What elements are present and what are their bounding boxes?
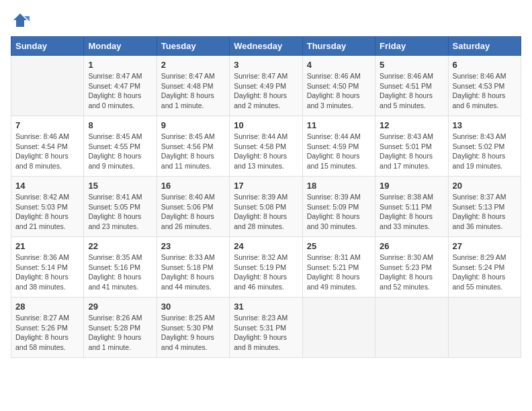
calendar-week-1: 7Sunrise: 8:46 AM Sunset: 4:54 PM Daylig…	[11, 116, 521, 177]
day-number: 20	[453, 181, 517, 191]
cell-content: Sunrise: 8:39 AM Sunset: 5:08 PM Dayligh…	[234, 192, 298, 232]
calendar-cell: 2Sunrise: 8:47 AM Sunset: 4:48 PM Daylig…	[157, 56, 229, 116]
day-number: 23	[161, 241, 225, 251]
day-number: 16	[161, 181, 225, 191]
calendar-cell	[11, 56, 84, 116]
cell-content: Sunrise: 8:25 AM Sunset: 5:30 PM Dayligh…	[161, 313, 225, 353]
day-number: 29	[88, 302, 152, 312]
cell-content: Sunrise: 8:32 AM Sunset: 5:19 PM Dayligh…	[234, 253, 298, 292]
calendar-body: 1Sunrise: 8:47 AM Sunset: 4:47 PM Daylig…	[11, 56, 521, 358]
calendar-cell: 16Sunrise: 8:40 AM Sunset: 5:06 PM Dayli…	[157, 177, 229, 237]
calendar-table: SundayMondayTuesdayWednesdayThursdayFrid…	[11, 36, 521, 358]
calendar-header: SundayMondayTuesdayWednesdayThursdayFrid…	[11, 37, 521, 56]
cell-content: Sunrise: 8:46 AM Sunset: 4:54 PM Dayligh…	[15, 132, 79, 171]
day-number: 8	[88, 120, 152, 130]
calendar-cell: 12Sunrise: 8:43 AM Sunset: 5:01 PM Dayli…	[375, 116, 448, 177]
day-number: 4	[307, 60, 371, 70]
page-header	[11, 11, 521, 30]
calendar-cell	[302, 298, 375, 358]
calendar-cell: 3Sunrise: 8:47 AM Sunset: 4:49 PM Daylig…	[230, 56, 302, 116]
day-number: 26	[380, 241, 443, 251]
header-day-thursday: Thursday	[302, 37, 375, 56]
cell-content: Sunrise: 8:45 AM Sunset: 4:56 PM Dayligh…	[161, 132, 225, 171]
day-number: 5	[380, 60, 443, 70]
header-day-tuesday: Tuesday	[157, 37, 229, 56]
calendar-week-0: 1Sunrise: 8:47 AM Sunset: 4:47 PM Daylig…	[11, 56, 521, 116]
day-number: 2	[161, 60, 225, 70]
logo-icon	[11, 11, 30, 30]
cell-content: Sunrise: 8:39 AM Sunset: 5:09 PM Dayligh…	[307, 192, 371, 232]
day-number: 22	[88, 241, 152, 251]
header-day-saturday: Saturday	[448, 37, 521, 56]
cell-content: Sunrise: 8:42 AM Sunset: 5:03 PM Dayligh…	[15, 192, 79, 232]
header-day-friday: Friday	[375, 37, 448, 56]
calendar-cell: 30Sunrise: 8:25 AM Sunset: 5:30 PM Dayli…	[157, 298, 229, 358]
cell-content: Sunrise: 8:44 AM Sunset: 4:58 PM Dayligh…	[234, 132, 298, 171]
day-number: 14	[15, 181, 79, 191]
calendar-cell: 6Sunrise: 8:46 AM Sunset: 4:53 PM Daylig…	[448, 56, 521, 116]
day-number: 13	[453, 120, 517, 130]
calendar-week-2: 14Sunrise: 8:42 AM Sunset: 5:03 PM Dayli…	[11, 177, 521, 237]
calendar-cell: 10Sunrise: 8:44 AM Sunset: 4:58 PM Dayli…	[230, 116, 302, 177]
cell-content: Sunrise: 8:38 AM Sunset: 5:11 PM Dayligh…	[380, 192, 443, 232]
cell-content: Sunrise: 8:43 AM Sunset: 5:01 PM Dayligh…	[380, 132, 443, 171]
cell-content: Sunrise: 8:40 AM Sunset: 5:06 PM Dayligh…	[161, 192, 225, 232]
calendar-cell: 4Sunrise: 8:46 AM Sunset: 4:50 PM Daylig…	[302, 56, 375, 116]
day-number: 28	[15, 302, 79, 312]
calendar-cell: 26Sunrise: 8:30 AM Sunset: 5:23 PM Dayli…	[375, 237, 448, 298]
day-number: 18	[307, 181, 371, 191]
cell-content: Sunrise: 8:30 AM Sunset: 5:23 PM Dayligh…	[380, 253, 443, 292]
day-number: 3	[234, 60, 298, 70]
header-day-sunday: Sunday	[11, 37, 84, 56]
day-number: 1	[88, 60, 152, 70]
header-day-monday: Monday	[84, 37, 157, 56]
cell-content: Sunrise: 8:23 AM Sunset: 5:31 PM Dayligh…	[234, 313, 298, 353]
day-number: 27	[453, 241, 517, 251]
cell-content: Sunrise: 8:47 AM Sunset: 4:49 PM Dayligh…	[234, 71, 298, 111]
calendar-cell: 15Sunrise: 8:41 AM Sunset: 5:05 PM Dayli…	[84, 177, 157, 237]
calendar-week-3: 21Sunrise: 8:36 AM Sunset: 5:14 PM Dayli…	[11, 237, 521, 298]
cell-content: Sunrise: 8:31 AM Sunset: 5:21 PM Dayligh…	[307, 253, 371, 292]
day-number: 17	[234, 181, 298, 191]
cell-content: Sunrise: 8:41 AM Sunset: 5:05 PM Dayligh…	[88, 192, 152, 232]
calendar-cell: 11Sunrise: 8:44 AM Sunset: 4:59 PM Dayli…	[302, 116, 375, 177]
calendar-cell: 25Sunrise: 8:31 AM Sunset: 5:21 PM Dayli…	[302, 237, 375, 298]
day-number: 24	[234, 241, 298, 251]
cell-content: Sunrise: 8:44 AM Sunset: 4:59 PM Dayligh…	[307, 132, 371, 171]
calendar-cell: 7Sunrise: 8:46 AM Sunset: 4:54 PM Daylig…	[11, 116, 84, 177]
day-number: 21	[15, 241, 79, 251]
day-number: 19	[380, 181, 443, 191]
cell-content: Sunrise: 8:46 AM Sunset: 4:53 PM Dayligh…	[453, 71, 517, 111]
calendar-cell	[448, 298, 521, 358]
cell-content: Sunrise: 8:47 AM Sunset: 4:47 PM Dayligh…	[88, 71, 152, 111]
header-day-wednesday: Wednesday	[230, 37, 302, 56]
cell-content: Sunrise: 8:47 AM Sunset: 4:48 PM Dayligh…	[161, 71, 225, 111]
cell-content: Sunrise: 8:46 AM Sunset: 4:50 PM Dayligh…	[307, 71, 371, 111]
day-number: 6	[453, 60, 517, 70]
day-number: 30	[161, 302, 225, 312]
cell-content: Sunrise: 8:27 AM Sunset: 5:26 PM Dayligh…	[15, 313, 79, 353]
day-number: 7	[15, 120, 79, 130]
calendar-cell: 22Sunrise: 8:35 AM Sunset: 5:16 PM Dayli…	[84, 237, 157, 298]
cell-content: Sunrise: 8:33 AM Sunset: 5:18 PM Dayligh…	[161, 253, 225, 292]
cell-content: Sunrise: 8:46 AM Sunset: 4:51 PM Dayligh…	[380, 71, 443, 111]
calendar-cell: 27Sunrise: 8:29 AM Sunset: 5:24 PM Dayli…	[448, 237, 521, 298]
calendar-cell: 9Sunrise: 8:45 AM Sunset: 4:56 PM Daylig…	[157, 116, 229, 177]
calendar-cell: 17Sunrise: 8:39 AM Sunset: 5:08 PM Dayli…	[230, 177, 302, 237]
calendar-cell: 24Sunrise: 8:32 AM Sunset: 5:19 PM Dayli…	[230, 237, 302, 298]
header-row: SundayMondayTuesdayWednesdayThursdayFrid…	[11, 37, 521, 56]
cell-content: Sunrise: 8:35 AM Sunset: 5:16 PM Dayligh…	[88, 253, 152, 292]
cell-content: Sunrise: 8:45 AM Sunset: 4:55 PM Dayligh…	[88, 132, 152, 171]
day-number: 25	[307, 241, 371, 251]
day-number: 31	[234, 302, 298, 312]
calendar-cell: 31Sunrise: 8:23 AM Sunset: 5:31 PM Dayli…	[230, 298, 302, 358]
cell-content: Sunrise: 8:37 AM Sunset: 5:13 PM Dayligh…	[453, 192, 517, 232]
calendar-cell: 21Sunrise: 8:36 AM Sunset: 5:14 PM Dayli…	[11, 237, 84, 298]
day-number: 10	[234, 120, 298, 130]
calendar-cell	[375, 298, 448, 358]
calendar-cell: 13Sunrise: 8:43 AM Sunset: 5:02 PM Dayli…	[448, 116, 521, 177]
calendar-cell: 14Sunrise: 8:42 AM Sunset: 5:03 PM Dayli…	[11, 177, 84, 237]
calendar-week-4: 28Sunrise: 8:27 AM Sunset: 5:26 PM Dayli…	[11, 298, 521, 358]
calendar-cell: 8Sunrise: 8:45 AM Sunset: 4:55 PM Daylig…	[84, 116, 157, 177]
calendar-cell: 18Sunrise: 8:39 AM Sunset: 5:09 PM Dayli…	[302, 177, 375, 237]
